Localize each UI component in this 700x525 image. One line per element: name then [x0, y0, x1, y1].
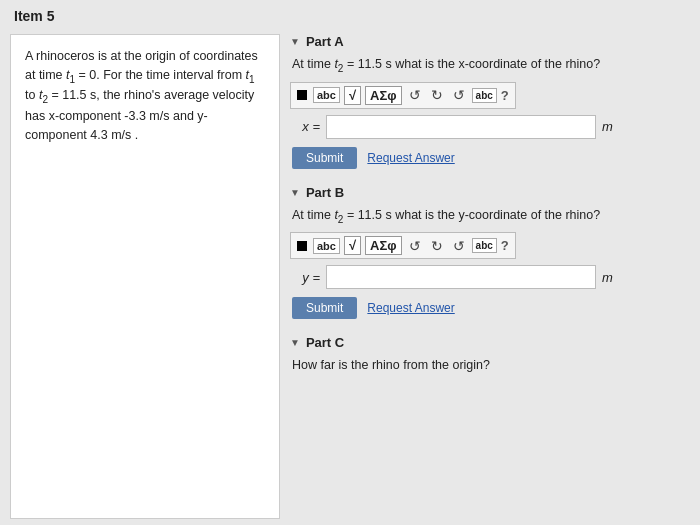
toolbar-sqrt-a[interactable]: √ — [344, 86, 361, 105]
part-b-header: ▼ Part B — [290, 185, 686, 200]
part-c-section: ▼ Part C How far is the rhino from the o… — [290, 335, 686, 372]
toolbar-greek-a[interactable]: ΑΣφ — [365, 86, 402, 105]
part-a-input[interactable] — [326, 115, 596, 139]
right-panel: ▼ Part A At time t2 = 11.5 s what is the… — [280, 28, 700, 525]
color-box-icon-a — [297, 90, 307, 100]
part-b-answer-row: y = m — [292, 265, 686, 289]
part-b-question: At time t2 = 11.5 s what is the y-coordi… — [292, 208, 686, 225]
toolbar-redo-b[interactable]: ↻ — [428, 237, 446, 255]
item-header: Item 5 — [0, 0, 700, 28]
part-a-section: ▼ Part A At time t2 = 11.5 s what is the… — [290, 34, 686, 169]
part-b-label: Part B — [306, 185, 344, 200]
part-c-label: Part C — [306, 335, 344, 350]
part-a-answer-label: x = — [292, 119, 320, 134]
part-a-actions: Submit Request Answer — [292, 147, 686, 169]
part-b-toolbar: abc √ ΑΣφ ↺ ↻ ↺ abc ? — [290, 232, 516, 259]
part-a-arrow: ▼ — [290, 36, 300, 47]
part-c-arrow: ▼ — [290, 337, 300, 348]
part-a-toolbar: abc √ ΑΣφ ↺ ↻ ↺ abc ? — [290, 82, 516, 109]
toolbar-undo-b[interactable]: ↺ — [406, 237, 424, 255]
part-b-input[interactable] — [326, 265, 596, 289]
toolbar-abc-a[interactable]: abc — [313, 87, 340, 103]
left-panel: A rhinoceros is at the origin of coordin… — [10, 34, 280, 519]
part-a-answer-row: x = m — [292, 115, 686, 139]
toolbar-refresh-b[interactable]: ↺ — [450, 237, 468, 255]
toolbar-undo-a[interactable]: ↺ — [406, 86, 424, 104]
part-b-answer-label: y = — [292, 270, 320, 285]
main-layout: A rhinoceros is at the origin of coordin… — [0, 28, 700, 525]
part-b-section: ▼ Part B At time t2 = 11.5 s what is the… — [290, 185, 686, 320]
part-a-header: ▼ Part A — [290, 34, 686, 49]
part-a-label: Part A — [306, 34, 344, 49]
toolbar-refresh-a[interactable]: ↺ — [450, 86, 468, 104]
part-b-submit[interactable]: Submit — [292, 297, 357, 319]
toolbar-help-b[interactable]: ? — [501, 238, 509, 253]
toolbar-greek-b[interactable]: ΑΣφ — [365, 236, 402, 255]
part-c-header: ▼ Part C — [290, 335, 686, 350]
part-b-unit: m — [602, 270, 613, 285]
toolbar-mode-b[interactable]: abc — [472, 238, 497, 253]
color-box-icon-b — [297, 241, 307, 251]
toolbar-redo-a[interactable]: ↻ — [428, 86, 446, 104]
toolbar-sqrt-b[interactable]: √ — [344, 236, 361, 255]
toolbar-mode-a[interactable]: abc — [472, 88, 497, 103]
part-b-request[interactable]: Request Answer — [367, 301, 454, 315]
item-title: Item 5 — [14, 8, 54, 24]
part-a-question: At time t2 = 11.5 s what is the x-coordi… — [292, 57, 686, 74]
part-a-submit[interactable]: Submit — [292, 147, 357, 169]
part-b-actions: Submit Request Answer — [292, 297, 686, 319]
problem-description: A rhinoceros is at the origin of coordin… — [25, 47, 265, 144]
part-a-request[interactable]: Request Answer — [367, 151, 454, 165]
part-b-arrow: ▼ — [290, 187, 300, 198]
toolbar-abc-b[interactable]: abc — [313, 238, 340, 254]
part-a-unit: m — [602, 119, 613, 134]
page-container: Item 5 A rhinoceros is at the origin of … — [0, 0, 700, 525]
toolbar-help-a[interactable]: ? — [501, 88, 509, 103]
part-c-question: How far is the rhino from the origin? — [292, 358, 686, 372]
